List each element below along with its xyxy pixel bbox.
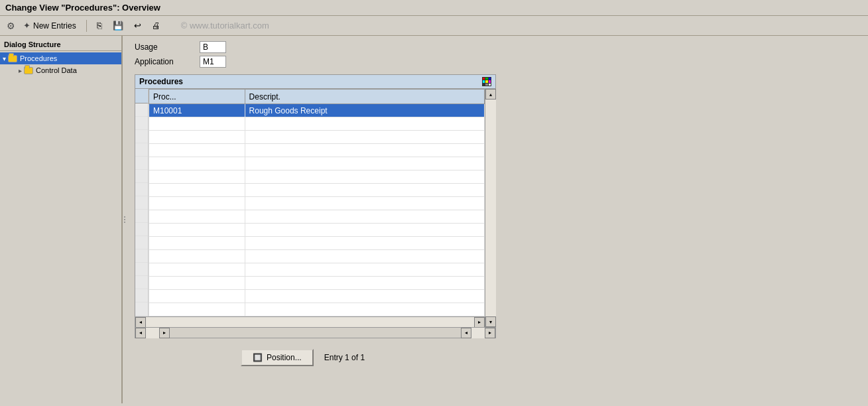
scroll-table-right2-btn[interactable]: ◂ [461, 328, 471, 338]
procedures-table: Proc... Descript. M10001 Rough Goods Rec… [149, 89, 485, 316]
form-fields: Usage B Application M1 [135, 41, 860, 68]
row-num-3 [135, 130, 148, 143]
row-num-9 [135, 210, 148, 223]
collapse-icon: ▾ [3, 55, 6, 62]
position-label: Position... [267, 353, 302, 362]
scroll-h-track[interactable] [146, 317, 474, 328]
table-row[interactable] [149, 277, 485, 290]
row-num-11 [135, 236, 148, 249]
dialog-structure-title: Dialog Structure [0, 38, 121, 51]
cell-descript: Rough Goods Receipt [245, 104, 484, 117]
row-num-10 [135, 223, 148, 236]
entry-info: Entry 1 of 1 [324, 353, 365, 362]
form-row-application: Application M1 [135, 56, 860, 68]
row-num-2 [135, 117, 148, 130]
new-entries-label: New Entries [33, 21, 76, 31]
sidebar-item-procedures[interactable]: ▾ Procedures [0, 52, 121, 64]
new-entries-button[interactable]: ✦ New Entries [20, 19, 80, 33]
scroll-right-button[interactable]: ▸ [474, 317, 485, 328]
cell-proc: M10001 [149, 104, 245, 117]
position-button[interactable]: 🔲 Position... [241, 349, 314, 366]
table-row[interactable] [149, 290, 485, 303]
undo-button[interactable]: ↩ [131, 19, 145, 33]
print-button[interactable]: 🖨 [149, 19, 164, 33]
copy-button[interactable]: ⎘ [93, 19, 105, 33]
scroll-down-button[interactable]: ▾ [485, 316, 496, 327]
usage-value: B [200, 41, 226, 53]
row-num-8 [135, 196, 148, 210]
table-row[interactable] [149, 197, 485, 210]
vertical-scrollbar[interactable]: ▴ ▾ [485, 89, 495, 327]
scroll-table-right3-btn[interactable]: ▸ [485, 328, 495, 338]
sidebar-item-control-data-label: Control Data [36, 66, 77, 74]
application-value: M1 [200, 56, 226, 68]
config-icon: ⚙ [5, 21, 16, 31]
row-num-14 [135, 276, 148, 289]
table-row[interactable]: M10001 Rough Goods Receipt [149, 104, 485, 117]
table-row[interactable] [149, 184, 485, 197]
toolbar-separator-1 [86, 20, 87, 32]
position-icon: 🔲 [253, 353, 263, 362]
toolbar: ⚙ ✦ New Entries ⎘ 💾 ↩ 🖨 © www.tutorialka… [0, 16, 868, 36]
print-icon: 🖨 [152, 21, 160, 31]
expand-icon-control: ▸ [19, 67, 22, 74]
table-row[interactable] [149, 210, 485, 224]
scroll-up-button[interactable]: ▴ [485, 89, 496, 100]
row-num-5 [135, 157, 148, 170]
form-row-usage: Usage B [135, 41, 860, 53]
row-numbers [135, 89, 149, 316]
table-row[interactable] [149, 131, 485, 144]
scroll-table-right-btn[interactable]: ▸ [159, 328, 170, 338]
row-num-4 [135, 143, 148, 157]
undo-icon: ↩ [134, 21, 141, 31]
column-config-icon[interactable] [482, 77, 491, 86]
row-num-6 [135, 170, 148, 183]
scroll-v-track[interactable] [485, 100, 496, 316]
sidebar-item-control-data[interactable]: ▸ Control Data [0, 64, 121, 76]
table-row[interactable] [149, 170, 485, 184]
save-icon: 💾 [113, 21, 123, 31]
horizontal-scrollbar[interactable]: ◂ ▸ [135, 316, 485, 327]
table-row[interactable] [149, 117, 485, 131]
title-bar: Change View "Procedures": Overview [0, 0, 868, 16]
row-num-12 [135, 249, 148, 263]
table-row[interactable] [149, 144, 485, 157]
right-panel: Usage B Application M1 Procedures [127, 36, 868, 403]
table-row[interactable] [149, 263, 485, 277]
new-entries-icon: ✦ [23, 21, 31, 31]
row-num-7 [135, 183, 148, 196]
watermark: © www.tutorialkart.com [181, 21, 269, 31]
usage-label: Usage [135, 42, 194, 52]
row-num-16 [135, 303, 148, 316]
row-num-1 [135, 103, 148, 117]
table-scroll-area: Proc... Descript. M10001 Rough Goods Rec… [135, 89, 495, 327]
table-row[interactable] [149, 157, 485, 170]
table-row[interactable] [149, 237, 485, 250]
save-button[interactable]: 💾 [109, 19, 127, 33]
scroll-table-left-btn[interactable]: ◂ [135, 328, 146, 338]
row-num-13 [135, 263, 148, 276]
folder-icon-control [23, 66, 34, 75]
application-label: Application [135, 57, 194, 66]
procedures-table-container: Procedures [135, 74, 496, 338]
table-row[interactable] [149, 303, 485, 316]
main-layout: Dialog Structure ▾ Procedures ▸ Control … [0, 36, 868, 403]
sidebar-item-procedures-label: Procedures [20, 54, 57, 62]
table-title: Procedures [139, 77, 183, 86]
window-title: Change View "Procedures": Overview [5, 3, 160, 13]
scroll-left-button[interactable]: ◂ [135, 317, 146, 328]
copy-icon: ⎘ [97, 21, 102, 31]
folder-icon-procedures [7, 54, 18, 63]
bottom-bar: 🔲 Position... Entry 1 of 1 [135, 349, 860, 366]
table-title-bar: Procedures [135, 75, 495, 89]
col-header-proc: Proc... [149, 90, 245, 104]
table-row[interactable] [149, 224, 485, 237]
table-row[interactable] [149, 250, 485, 263]
row-num-15 [135, 289, 148, 303]
col-header-descript: Descript. [245, 90, 484, 104]
left-panel: Dialog Structure ▾ Procedures ▸ Control … [0, 36, 123, 403]
